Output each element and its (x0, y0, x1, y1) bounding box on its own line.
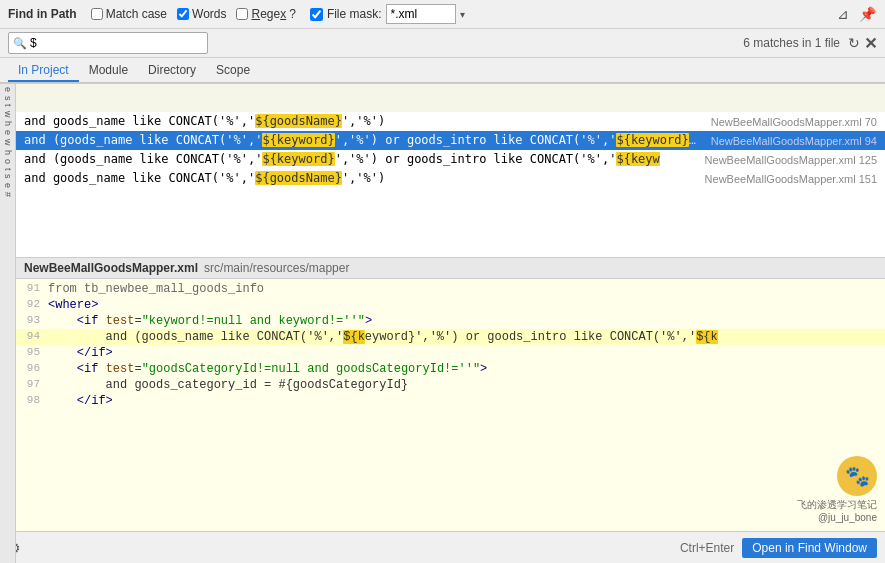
ctrl-enter-label: Ctrl+Enter (680, 541, 734, 555)
words-group: Words (177, 7, 226, 21)
watermark-text-1: 飞的渗透学习笔记 (797, 498, 877, 512)
file-mask-checkbox[interactable] (310, 8, 323, 21)
find-dialog: Find in Path Match case Words Regex ? Fi… (0, 0, 885, 84)
line-content: <if test="keyword!=null and keyword!=''"… (48, 314, 885, 328)
open-find-window-button[interactable]: Open in Find Window (742, 538, 877, 558)
file-info-path: src/main/resources/mapper (204, 261, 349, 275)
file-mask-group: File mask: ▾ (310, 4, 465, 24)
code-line-97: 97 and goods_category_id = #{goodsCatego… (16, 377, 885, 393)
file-mask-dropdown-arrow[interactable]: ▾ (460, 9, 465, 20)
line-content: </if> (48, 394, 885, 408)
watermark-icon: 🐾 (837, 456, 877, 496)
line-content: and (goods_name like CONCAT('%','${keywo… (48, 330, 885, 344)
tab-directory[interactable]: Directory (138, 60, 206, 82)
scope-tabs: In Project Module Directory Scope (0, 58, 885, 83)
line-content: <if test="goodsCategoryId!=null and good… (48, 362, 885, 376)
file-info-name: NewBeeMallGoodsMapper.xml (24, 261, 198, 275)
code-line-93: 93 <if test="keyword!=null and keyword!=… (16, 313, 885, 329)
match-case-label: Match case (106, 7, 167, 21)
pin-icon[interactable]: 📌 (857, 4, 877, 24)
line-number: 94 (16, 330, 48, 342)
file-info-bar: NewBeeMallGoodsMapper.xml src/main/resou… (16, 257, 885, 279)
sidebar-char: t (3, 104, 13, 107)
code-line-91: 91 from tb_newbee_mall_goods_info (16, 281, 885, 297)
watermark: 🐾 飞的渗透学习笔记 @ju_ju_bone (797, 456, 877, 523)
match-count: 6 matches in 1 file (743, 36, 840, 50)
words-label: Words (192, 7, 226, 21)
regex-group: Regex ? (236, 7, 295, 21)
regex-label: Regex (251, 7, 286, 21)
line-content: from tb_newbee_mall_goods_info (48, 282, 885, 296)
sidebar-char: s (3, 96, 13, 101)
code-line-98: 98 </if> (16, 393, 885, 409)
watermark-text-2: @ju_ju_bone (818, 512, 877, 523)
sidebar-char: e (3, 87, 13, 92)
line-number: 91 (16, 282, 48, 294)
result-item[interactable]: and goods_name like CONCAT('%','${goodsN… (16, 169, 885, 188)
sidebar-char: s (3, 174, 13, 179)
code-preview: 91 from tb_newbee_mall_goods_info 92 <wh… (16, 279, 885, 563)
file-mask-input[interactable] (386, 4, 456, 24)
code-line-92: 92 <where> (16, 297, 885, 313)
result-code: and goods_name like CONCAT('%','${goodsN… (24, 114, 703, 129)
line-number: 95 (16, 346, 48, 358)
match-case-checkbox[interactable] (91, 8, 103, 20)
toolbar-icons: ⊿ 📌 (833, 4, 877, 24)
search-bar: 🔍 6 matches in 1 file ↻ ✕ (0, 29, 885, 58)
sidebar-char: w (3, 111, 13, 118)
result-code: and (goods_name like CONCAT('%','${keywo… (24, 133, 703, 148)
result-code: and goods_name like CONCAT('%','${goodsN… (24, 171, 697, 186)
code-section: 91 from tb_newbee_mall_goods_info 92 <wh… (16, 279, 885, 563)
sidebar-char: # (3, 192, 13, 197)
main-container: Find in Path Match case Words Regex ? Fi… (16, 0, 885, 563)
sidebar-char: e (3, 183, 13, 188)
refresh-button[interactable]: ↻ (848, 35, 860, 51)
line-number: 92 (16, 298, 48, 310)
result-file: NewBeeMallGoodsMapper.xml 151 (705, 173, 877, 185)
tab-module[interactable]: Module (79, 60, 138, 82)
search-input[interactable] (30, 36, 190, 50)
result-item[interactable]: and goods_name like CONCAT('%','${goodsN… (16, 112, 885, 131)
file-mask-label: File mask: (327, 7, 382, 21)
line-number: 97 (16, 378, 48, 390)
search-input-wrapper: 🔍 (8, 32, 208, 54)
line-content: <where> (48, 298, 885, 312)
filter-icon[interactable]: ⊿ (833, 4, 853, 24)
regex-help: ? (289, 7, 296, 21)
line-content: and goods_category_id = #{goodsCategoryI… (48, 378, 885, 392)
tab-scope[interactable]: Scope (206, 60, 260, 82)
left-sidebar: t e s t w h e w h o t s e # (0, 0, 16, 563)
results-list: and goods_name like CONCAT('%','${goodsN… (16, 112, 885, 257)
line-number: 93 (16, 314, 48, 326)
sidebar-char: h (3, 121, 13, 126)
sidebar-char: e (3, 130, 13, 135)
words-checkbox[interactable] (177, 8, 189, 20)
match-case-group: Match case (91, 7, 167, 21)
close-button[interactable]: ✕ (864, 34, 877, 53)
line-content: </if> (48, 346, 885, 360)
code-line-95: 95 </if> (16, 345, 885, 361)
line-number: 98 (16, 394, 48, 406)
result-file: NewBeeMallGoodsMapper.xml 70 (711, 116, 877, 128)
result-item[interactable]: and (goods_name like CONCAT('%','${keywo… (16, 150, 885, 169)
bottom-bar: ⚙ Ctrl+Enter Open in Find Window (16, 531, 885, 563)
line-number: 96 (16, 362, 48, 374)
code-line-96: 96 <if test="goodsCategoryId!=null and g… (16, 361, 885, 377)
search-icon: 🔍 (13, 37, 27, 50)
settings-icon[interactable]: ⚙ (16, 540, 21, 556)
code-line-94: 94 and (goods_name like CONCAT('%','${ke… (16, 329, 885, 345)
tab-in-project[interactable]: In Project (8, 60, 79, 82)
sidebar-char: t (3, 168, 13, 171)
find-toolbar: Find in Path Match case Words Regex ? Fi… (0, 0, 885, 29)
result-code: and (goods_name like CONCAT('%','${keywo… (24, 152, 697, 167)
dialog-title: Find in Path (8, 7, 77, 21)
regex-checkbox[interactable] (236, 8, 248, 20)
sidebar-char: h (3, 150, 13, 155)
sidebar-char: o (3, 159, 13, 164)
result-file: NewBeeMallGoodsMapper.xml 94 (711, 135, 877, 147)
result-file: NewBeeMallGoodsMapper.xml 125 (705, 154, 877, 166)
result-item[interactable]: and (goods_name like CONCAT('%','${keywo… (16, 131, 885, 150)
sidebar-char: w (3, 139, 13, 146)
